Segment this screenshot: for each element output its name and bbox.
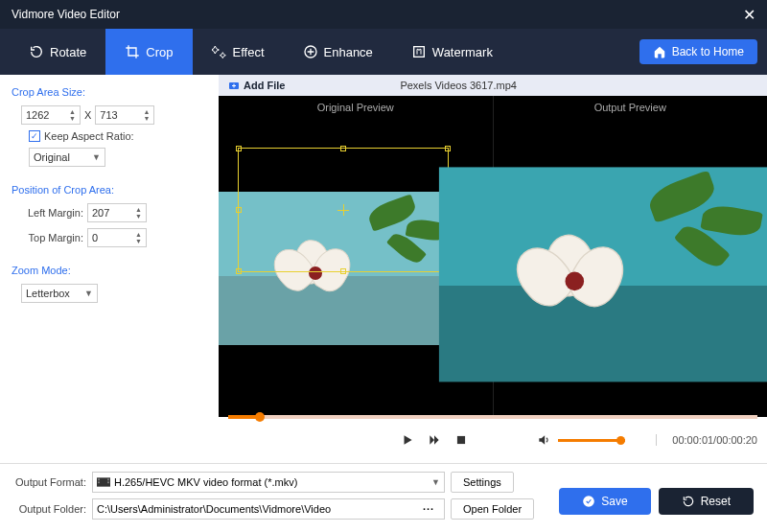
spinner-icon[interactable]: ▲▼	[69, 108, 76, 122]
titlebar: Vidmore Video Editor ✕	[0, 0, 767, 29]
top-margin-label: Top Margin:	[21, 232, 83, 243]
top-margin-value: 0	[92, 232, 98, 243]
zoom-mode-value: Letterbox	[26, 288, 70, 299]
seek-bar[interactable]	[228, 415, 757, 419]
crop-selection-box[interactable]	[238, 148, 449, 272]
spinner-icon[interactable]: ▲▼	[135, 231, 142, 244]
stop-icon[interactable]	[454, 433, 468, 447]
open-folder-button[interactable]: Open Folder	[451, 498, 534, 520]
spinner-icon[interactable]: ▲▼	[143, 108, 150, 122]
svg-point-9	[583, 496, 594, 507]
current-filename: Pexels Videos 3617.mp4	[400, 80, 517, 91]
home-icon	[653, 45, 666, 58]
crop-width-input[interactable]: 1262 ▲▼	[21, 105, 81, 125]
sidebar: Crop Area Size: 1262 ▲▼ X 713 ▲▼ ✓ Keep …	[0, 75, 219, 463]
crop-height-value: 713	[100, 109, 117, 121]
check-circle-icon	[582, 495, 595, 508]
back-home-label: Back to Home	[672, 45, 744, 58]
keep-ratio-label: Keep Aspect Ratio:	[44, 130, 134, 142]
tab-label: Watermark	[432, 45, 493, 59]
main-area: Crop Area Size: 1262 ▲▼ X 713 ▲▼ ✓ Keep …	[0, 75, 767, 463]
enhance-icon	[303, 44, 318, 59]
original-preview-header: Original Preview	[219, 96, 493, 119]
svg-rect-5	[98, 479, 100, 481]
preview-panes: Original Preview	[219, 96, 767, 417]
crop-height-input[interactable]: 713 ▲▼	[95, 105, 154, 125]
position-label: Position of Crop Area:	[12, 184, 207, 196]
addfile-bar: Add File Pexels Videos 3617.mp4	[219, 75, 767, 96]
playback-time: 00:00:01/00:00:20	[656, 434, 757, 446]
save-button[interactable]: Save	[559, 488, 650, 515]
svg-rect-1	[414, 47, 425, 58]
tab-label: Crop	[146, 45, 173, 59]
keep-aspect-ratio-checkbox[interactable]: ✓ Keep Aspect Ratio:	[12, 130, 207, 142]
app-title: Vidmore Video Editor	[12, 8, 120, 21]
top-margin-input[interactable]: 0 ▲▼	[87, 228, 147, 247]
svg-rect-7	[107, 479, 109, 481]
back-home-button[interactable]: Back to Home	[639, 39, 757, 64]
left-margin-value: 207	[92, 207, 109, 219]
checkbox-icon: ✓	[29, 130, 40, 142]
volume-slider[interactable]	[558, 439, 625, 442]
fast-forward-icon[interactable]	[428, 433, 441, 447]
svg-rect-8	[107, 481, 109, 483]
zoom-mode-label: Zoom Mode:	[12, 265, 207, 276]
volume-icon[interactable]	[537, 433, 550, 447]
tab-effect[interactable]: Effect	[193, 29, 284, 75]
output-folder-value: C:\Users\Administrator\Documents\Vidmore…	[97, 503, 331, 515]
crop-area-size-label: Crop Area Size:	[12, 86, 207, 98]
play-icon[interactable]	[401, 433, 414, 447]
chevron-down-icon: ▼	[431, 477, 440, 487]
bottom-bar: Output Format: H.265/HEVC MKV video form…	[0, 463, 767, 532]
output-format-label: Output Format:	[12, 476, 86, 488]
output-preview-col: Output Preview	[494, 96, 768, 417]
reset-button[interactable]: Reset	[659, 488, 754, 515]
svg-rect-6	[98, 481, 100, 483]
by-label: X	[84, 109, 91, 121]
left-margin-input[interactable]: 207 ▲▼	[87, 203, 147, 222]
chevron-down-icon: ▼	[92, 152, 101, 162]
playback-controls: 00:00:01/00:00:20	[219, 417, 767, 463]
close-icon[interactable]: ✕	[743, 6, 755, 24]
reset-label: Reset	[701, 495, 731, 508]
crop-center-icon	[337, 204, 349, 216]
output-format-value: H.265/HEVC MKV video format (*.mkv)	[114, 476, 297, 488]
crop-width-value: 1262	[26, 109, 49, 121]
zoom-mode-select[interactable]: Letterbox ▼	[21, 284, 98, 303]
output-format-select[interactable]: H.265/HEVC MKV video format (*.mkv) ▼	[92, 472, 445, 493]
settings-button[interactable]: Settings	[451, 472, 514, 493]
output-preview-header: Output Preview	[494, 96, 768, 119]
tab-watermark[interactable]: Watermark	[392, 29, 512, 75]
output-folder-input[interactable]: C:\Users\Administrator\Documents\Vidmore…	[92, 498, 445, 520]
tab-crop[interactable]: Crop	[105, 29, 192, 75]
toolbar: Rotate Crop Effect Enhance Watermark Bac…	[0, 29, 767, 75]
aspect-ratio-select[interactable]: Original ▼	[29, 148, 105, 167]
browse-icon[interactable]: ···	[417, 503, 440, 515]
svg-rect-3	[457, 436, 465, 444]
tab-label: Effect	[233, 45, 265, 59]
tab-label: Rotate	[50, 45, 86, 59]
reset-icon	[682, 495, 695, 508]
rotate-icon	[29, 44, 44, 59]
tab-label: Enhance	[324, 45, 373, 59]
preview-area: Add File Pexels Videos 3617.mp4 Original…	[219, 75, 767, 463]
tab-enhance[interactable]: Enhance	[284, 29, 392, 75]
aspect-ratio-value: Original	[34, 151, 70, 163]
add-file-label: Add File	[244, 80, 285, 91]
watermark-icon	[411, 44, 427, 59]
crop-icon	[125, 44, 140, 59]
save-label: Save	[601, 495, 627, 508]
format-icon	[97, 477, 110, 487]
add-file-icon	[228, 80, 240, 91]
add-file-button[interactable]: Add File	[228, 80, 285, 91]
output-folder-label: Output Folder:	[12, 503, 86, 515]
chevron-down-icon: ▼	[84, 289, 93, 298]
spinner-icon[interactable]: ▲▼	[135, 206, 142, 220]
effect-icon	[212, 44, 227, 59]
left-margin-label: Left Margin:	[21, 207, 83, 219]
tab-rotate[interactable]: Rotate	[10, 29, 105, 75]
output-preview	[494, 119, 768, 417]
